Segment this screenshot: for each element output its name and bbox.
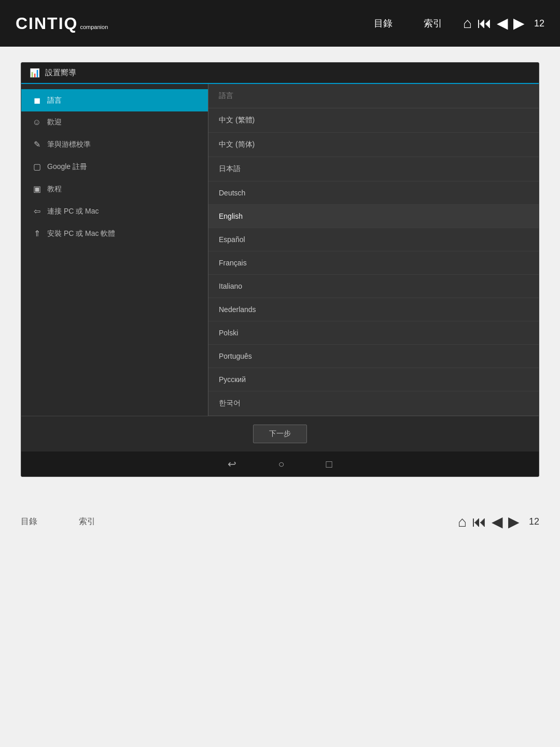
bottom-next-icon[interactable]: ▶ [508,513,520,530]
lang-item-ru[interactable]: Русский [208,368,539,391]
page-number-bottom: 12 [529,516,539,527]
wizard-panel: 📊 設置嚮導 ◼ 語言 ☺ 歡迎 ✎ 筆與游標校準 ▢ [21,62,539,477]
next-button[interactable]: 下一步 [253,425,307,443]
google-icon: ▢ [32,162,42,172]
lang-item-ko[interactable]: 한국어 [208,391,539,416]
top-navbar: CINTIQ companion 目錄 索引 ⌂ ⏮ ◀ ▶ 12 [0,0,560,47]
lang-item-zh-cn[interactable]: 中文 (简体) [208,133,539,157]
bottom-navbar: 目錄 索引 ⌂ ⏮ ◀ ▶ 12 [0,492,560,546]
main-area: 📊 設置嚮導 ◼ 語言 ☺ 歡迎 ✎ 筆與游標校準 ▢ [0,47,560,492]
sidebar-label-google: Google 註冊 [47,162,87,172]
wizard-content: 語言 中文 (繁體) 中文 (简体) 日本語 Deutsch English E… [208,84,539,416]
top-nav-links: 目錄 索引 [374,17,442,30]
sidebar-label-welcome: 歡迎 [47,118,62,127]
sidebar-item-welcome[interactable]: ☺ 歡迎 [21,111,208,133]
lang-item-en[interactable]: English [208,205,539,228]
lang-item-es[interactable]: Español [208,228,539,251]
android-home-icon[interactable]: ○ [278,458,284,470]
sidebar-item-tutorial[interactable]: ▣ 教程 [21,178,208,200]
lang-item-zh-tw[interactable]: 中文 (繁體) [208,108,539,133]
welcome-icon: ☺ [32,118,42,127]
language-icon: ◼ [32,95,42,105]
lang-item-de[interactable]: Deutsch [208,181,539,205]
page-number-top: 12 [534,18,544,29]
logo-area: CINTIQ companion [16,14,108,33]
bottom-home-icon[interactable]: ⌂ [458,514,467,530]
sidebar-item-install-pc[interactable]: ⇑ 安裝 PC 或 Mac 軟體 [21,222,208,245]
language-list: 中文 (繁體) 中文 (简体) 日本語 Deutsch English Espa… [208,108,539,416]
lang-item-nl[interactable]: Nederlands [208,298,539,321]
bottom-first-icon[interactable]: ⏮ [472,513,486,530]
prev-page-icon[interactable]: ◀ [497,16,508,31]
sidebar-label-connect-pc: 連接 PC 或 Mac [47,207,99,216]
sidebar-label-tutorial: 教程 [47,185,62,194]
wizard-titlebar: 📊 設置嚮導 [21,63,539,84]
sidebar-item-google[interactable]: ▢ Google 註冊 [21,156,208,178]
next-page-icon[interactable]: ▶ [513,16,525,31]
nav-link-index[interactable]: 索引 [424,17,442,30]
bottom-nav-icons: ⌂ ⏮ ◀ ▶ 12 [458,513,539,530]
sidebar-item-connect-pc[interactable]: ⇦ 連接 PC 或 Mac [21,200,208,222]
bottom-nav-links: 目錄 索引 [21,516,95,527]
tutorial-icon: ▣ [32,184,42,194]
sidebar-label-language: 語言 [47,96,62,105]
sidebar-item-language[interactable]: ◼ 語言 [21,89,208,111]
install-icon: ⇑ [32,229,42,238]
lang-item-ja[interactable]: 日本語 [208,157,539,181]
lang-item-pl[interactable]: Polski [208,321,539,345]
wizard-footer-left: 下一步 [30,425,530,443]
lang-item-fr[interactable]: Français [208,251,539,275]
wizard-bottom: 下一步 ↩ ○ □ [21,416,539,476]
wizard-sidebar: ◼ 語言 ☺ 歡迎 ✎ 筆與游標校準 ▢ Google 註冊 ▣ 教程 [21,84,208,416]
wizard-body: ◼ 語言 ☺ 歡迎 ✎ 筆與游標校準 ▢ Google 註冊 ▣ 教程 [21,84,539,416]
bottom-nav-link-toc[interactable]: 目錄 [21,516,37,527]
lang-item-it[interactable]: Italiano [208,275,539,298]
wizard-title-text: 設置嚮導 [45,68,76,78]
first-page-icon[interactable]: ⏮ [477,16,492,31]
top-nav-icons: ⌂ ⏮ ◀ ▶ 12 [463,16,544,31]
sidebar-label-install-pc: 安裝 PC 或 Mac 軟體 [47,229,115,238]
android-back-icon[interactable]: ↩ [228,458,236,470]
connect-icon: ⇦ [32,206,42,216]
home-icon[interactable]: ⌂ [463,16,472,31]
calibration-icon: ✎ [32,139,42,149]
android-recent-icon[interactable]: □ [326,458,332,470]
sidebar-item-calibration[interactable]: ✎ 筆與游標校準 [21,133,208,156]
wizard-footer: 下一步 [21,416,539,452]
android-nav: ↩ ○ □ [21,452,539,476]
language-header: 語言 [208,84,539,108]
sidebar-label-calibration: 筆與游標校準 [47,140,91,149]
logo-companion: companion [80,24,108,30]
bottom-prev-icon[interactable]: ◀ [492,513,503,530]
nav-link-toc[interactable]: 目錄 [374,17,393,30]
wizard-title-icon: 📊 [30,68,40,78]
lang-item-pt[interactable]: Português [208,345,539,368]
logo-cintiq: CINTIQ [16,14,78,33]
bottom-nav-link-index[interactable]: 索引 [79,516,95,527]
